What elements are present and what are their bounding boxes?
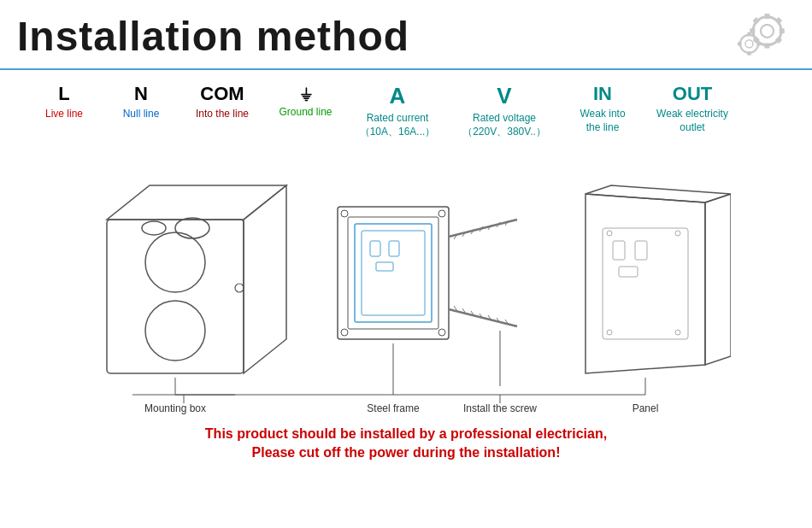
svg-point-19 <box>145 232 205 292</box>
legend-label-COM: Into the line <box>196 108 249 121</box>
legend-IN: IN Weak intothe line <box>560 83 645 135</box>
legend-label-OUT: Weak electricityoutlet <box>656 108 728 134</box>
svg-marker-18 <box>244 185 286 373</box>
warning-line-2: Please cut off the power during the inst… <box>17 445 795 461</box>
svg-rect-32 <box>389 241 399 256</box>
svg-rect-3 <box>765 44 770 49</box>
svg-text:Install the screw: Install the screw <box>463 402 537 414</box>
svg-point-37 <box>438 329 445 336</box>
legend-symbol-A: A <box>390 83 406 109</box>
svg-rect-30 <box>362 231 425 315</box>
svg-line-38 <box>449 220 517 237</box>
legend-label-L: Live line <box>45 108 83 121</box>
legend-symbol-IN: IN <box>593 83 612 105</box>
legend-L: L Live line <box>26 83 103 121</box>
svg-rect-12 <box>747 32 751 37</box>
svg-point-22 <box>142 221 166 235</box>
svg-rect-14 <box>738 42 742 46</box>
svg-line-46 <box>449 309 517 326</box>
svg-rect-15 <box>757 42 762 46</box>
svg-rect-16 <box>107 220 244 373</box>
header: Installation method <box>0 0 812 70</box>
svg-marker-56 <box>705 194 731 365</box>
legend-label-A: Rated current（10A、16A...） <box>360 112 436 138</box>
legend-symbol-OUT: OUT <box>673 83 712 105</box>
svg-rect-7 <box>775 17 782 24</box>
svg-point-35 <box>438 210 445 217</box>
svg-marker-17 <box>107 185 286 220</box>
warning-section: This product should be installed by a pr… <box>0 416 812 468</box>
legend-ground: ⏚ Ground line <box>265 83 346 120</box>
svg-rect-59 <box>635 241 647 260</box>
svg-rect-29 <box>355 224 432 322</box>
svg-point-11 <box>745 40 753 48</box>
svg-rect-58 <box>613 241 625 260</box>
legend-label-V: Rated voltage（220V、380V..） <box>462 112 546 138</box>
svg-rect-2 <box>765 14 770 19</box>
installation-diagram: Mounting box Steel frame Install the scr… <box>81 151 731 416</box>
svg-rect-13 <box>747 51 751 56</box>
svg-rect-57 <box>603 228 688 339</box>
page-title: Installation method <box>17 13 795 60</box>
svg-marker-54 <box>585 194 705 373</box>
svg-point-21 <box>175 218 209 238</box>
svg-point-36 <box>341 329 348 336</box>
legend-label-ground: Ground line <box>279 106 332 120</box>
legend-row: L Live line N Null line COM Into the lin… <box>0 70 812 147</box>
svg-point-61 <box>607 231 612 236</box>
svg-text:Panel: Panel <box>633 402 659 414</box>
legend-N: N Null line <box>103 83 179 121</box>
legend-symbol-COM: COM <box>200 83 244 105</box>
legend-symbol-ground: ⏚ <box>301 83 311 103</box>
svg-rect-60 <box>619 267 638 277</box>
legend-OUT: OUT Weak electricityoutlet <box>645 83 739 135</box>
svg-text:Steel frame: Steel frame <box>367 402 420 414</box>
gear-icon <box>727 9 795 60</box>
svg-point-34 <box>341 210 348 217</box>
svg-point-63 <box>607 330 612 335</box>
svg-rect-31 <box>370 241 380 256</box>
svg-rect-5 <box>780 28 785 33</box>
legend-symbol-V: V <box>497 83 511 109</box>
svg-text:Mounting box: Mounting box <box>144 402 206 414</box>
legend-symbol-N: N <box>134 83 148 105</box>
svg-point-20 <box>145 301 205 361</box>
svg-marker-55 <box>585 185 731 202</box>
legend-A: A Rated current（10A、16A...） <box>346 83 449 138</box>
legend-label-IN: Weak intothe line <box>580 108 625 134</box>
legend-symbol-L: L <box>58 83 69 105</box>
legend-COM: COM Into the line <box>179 83 265 121</box>
svg-point-64 <box>675 330 680 335</box>
diagram-area: Mounting box Steel frame Install the scr… <box>0 147 812 416</box>
svg-rect-33 <box>376 262 393 271</box>
svg-point-23 <box>235 284 244 292</box>
svg-point-1 <box>761 25 774 38</box>
svg-point-62 <box>675 231 680 236</box>
svg-point-10 <box>740 35 758 53</box>
legend-V: V Rated voltage（220V、380V..） <box>449 83 560 138</box>
warning-line-1: This product should be installed by a pr… <box>17 426 795 442</box>
legend-label-N: Null line <box>123 108 160 121</box>
